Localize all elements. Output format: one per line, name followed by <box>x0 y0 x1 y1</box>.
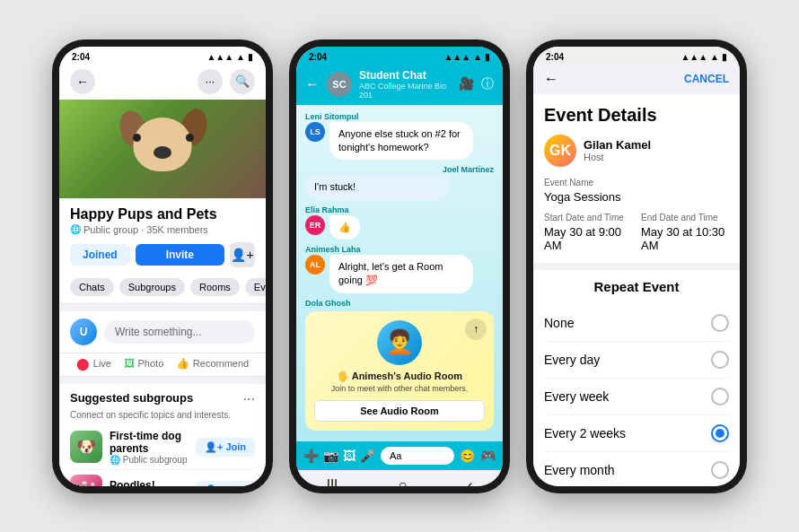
group-actions: Joined Invite 👤+ <box>59 235 266 275</box>
radio-every-2-weeks[interactable] <box>711 424 729 442</box>
subgroup-thumb-2: 🐩 <box>70 475 102 486</box>
signal-icon-3: ▲▲▲ <box>680 52 707 62</box>
see-audio-room-button[interactable]: See Audio Room <box>314 400 485 422</box>
live-icon: ⬤ <box>76 357 90 371</box>
messages-list: Leni Sitompul LS Anyone else stuck on #2… <box>296 105 503 441</box>
photo-action[interactable]: 🖼 Photo <box>124 357 164 371</box>
event-name-value[interactable]: Yoga Sessions <box>544 190 729 204</box>
audio-room-avatar: 🧑‍🦱 <box>377 320 422 365</box>
suggested-header: Suggested subgroups ··· <box>70 391 255 407</box>
group-meta: 🌐 Public group · 35K members <box>70 224 255 235</box>
host-row: GK Gilan Kamel Host <box>544 135 729 167</box>
repeat-event-title: Repeat Event <box>544 279 729 294</box>
radio-every-week[interactable] <box>711 388 729 406</box>
msg-row-3: ER 👍 <box>305 215 494 240</box>
share-icon[interactable]: ↑ <box>465 318 487 340</box>
start-date-value[interactable]: May 30 at 9:00 AM <box>544 225 632 252</box>
repeat-option-none[interactable]: None <box>544 305 729 342</box>
end-date-label: End Date and Time <box>641 213 729 222</box>
sender-2: Joel Martinez <box>305 165 494 174</box>
sender-1: Leni Sitompul <box>305 112 494 121</box>
subgroup-item-2: 🐩 Poodles! 🌐 Public subgroup 👤+ Join <box>70 470 255 486</box>
group-tabs: Chats Subgroups Rooms Events <box>59 275 266 304</box>
message-1: Leni Sitompul LS Anyone else stuck on #2… <box>305 112 494 161</box>
invite-button[interactable]: Invite <box>136 244 224 266</box>
bubble-3: 👍 <box>329 215 360 240</box>
section-divider <box>533 263 740 270</box>
bottom-nav-2: ||| ○ ‹ <box>296 470 503 486</box>
sticker-icon[interactable]: 🎮 <box>480 449 496 463</box>
more-options-icon[interactable]: ··· <box>198 69 223 94</box>
join-button-1[interactable]: 👤+ Join <box>196 438 255 457</box>
status-bar-2: 2:04 ▲▲▲ ▲ ▮ <box>296 47 503 64</box>
sender-3: Elia Rahma <box>305 205 494 214</box>
tab-chats[interactable]: Chats <box>70 278 114 296</box>
repeat-option-every-month[interactable]: Every month <box>544 452 729 486</box>
msg-incoming-4: Alright, let's get a Room going 💯 <box>329 255 473 293</box>
subgroup-info-2: Poodles! 🌐 Public subgroup <box>110 479 189 485</box>
radio-every-month[interactable] <box>711 461 729 479</box>
dates-row: Start Date and Time May 30 at 9:00 AM En… <box>544 213 729 252</box>
radio-none[interactable] <box>711 314 729 332</box>
event-name-label: Event Name <box>544 178 729 188</box>
audio-room-name: 🖐 Animesh's Audio Room <box>314 371 485 382</box>
video-call-icon[interactable]: 🎥 <box>459 76 474 92</box>
back-button[interactable]: ← <box>70 69 95 94</box>
end-date-value[interactable]: May 30 at 10:30 AM <box>641 225 729 252</box>
image-icon[interactable]: 🖼 <box>343 449 356 463</box>
bubble-4: Alright, let's get a Room going 💯 <box>329 255 473 293</box>
cancel-button[interactable]: CANCEL <box>684 73 729 85</box>
audio-room-section: Dola Ghosh ↑ 🧑‍🦱 🖐 Animesh's Audio Room … <box>305 299 494 434</box>
camera-icon[interactable]: 📷 <box>323 449 338 463</box>
write-something-input[interactable]: Write something... <box>104 320 255 344</box>
subgroup-thumb-1: 🐶 <box>70 431 102 463</box>
search-icon[interactable]: 🔍 <box>230 69 255 94</box>
nav-back-icon-2[interactable]: ‹ <box>468 477 472 486</box>
subgroup-name-2: Poodles! <box>110 479 189 485</box>
option-none-label: None <box>544 316 574 330</box>
tab-rooms[interactable]: Rooms <box>190 278 240 296</box>
back-button-3[interactable]: ← <box>544 71 558 87</box>
chat-subtitle: ABC College Marine Bio 201 <box>359 82 452 100</box>
repeat-option-every-day[interactable]: Every day <box>544 342 729 379</box>
tab-events[interactable]: Events <box>245 278 266 296</box>
nav-home-icon-2[interactable]: ○ <box>399 477 408 486</box>
recommend-action[interactable]: 👍 Recommend <box>176 357 249 371</box>
radio-every-day[interactable] <box>711 351 729 369</box>
live-action[interactable]: ⬤ Live <box>76 357 111 371</box>
tab-subgroups[interactable]: Subgroups <box>119 278 185 296</box>
plus-icon[interactable]: ➕ <box>303 449 319 463</box>
add-person-icon[interactable]: 👤+ <box>230 242 255 267</box>
msg-outgoing-1: I'm stuck! <box>305 175 494 199</box>
msg-incoming-3: 👍 <box>329 215 360 240</box>
repeat-option-every-week[interactable]: Every week <box>544 379 729 415</box>
msg-incoming-1: Anyone else stuck on #2 for tonight's ho… <box>329 122 473 161</box>
wifi-icon: ▲ <box>236 52 245 62</box>
signal-icon: ▲▲▲ <box>206 52 233 62</box>
more-options-suggested[interactable]: ··· <box>243 391 255 407</box>
phone-1: 2:04 ▲▲▲ ▲ ▮ ← ··· 🔍 Happy Pups <box>52 39 273 493</box>
option-every-month-label: Every month <box>544 463 615 477</box>
end-date-field: End Date and Time May 30 at 10:30 AM <box>641 213 729 252</box>
host-avatar: GK <box>544 135 576 167</box>
message-input[interactable]: Aa <box>381 447 454 465</box>
group-header: ← ··· 🔍 <box>59 64 266 100</box>
nav-menu-icon-2[interactable]: ||| <box>327 477 338 486</box>
start-date-label: Start Date and Time <box>544 213 632 222</box>
join-button-2[interactable]: 👤+ Join <box>196 481 255 485</box>
info-icon[interactable]: ⓘ <box>481 76 494 92</box>
joined-button[interactable]: Joined <box>70 244 130 266</box>
emoji-icon[interactable]: 😊 <box>460 449 475 463</box>
subgroup-name-1: First-time dog parents <box>110 430 189 455</box>
user-avatar: U <box>70 318 97 345</box>
group-cover-photo <box>59 100 266 198</box>
avatar-emoji: 🧑‍🦱 <box>385 328 414 356</box>
repeat-option-every-2-weeks[interactable]: Every 2 weeks <box>544 415 729 452</box>
subgroup-info-1: First-time dog parents 🌐 Public subgroup <box>110 430 189 465</box>
mic-icon[interactable]: 🎤 <box>360 449 375 463</box>
back-button-2[interactable]: ← <box>305 76 320 92</box>
time-2: 2:04 <box>309 52 327 62</box>
chat-header: ← SC Student Chat ABC College Marine Bio… <box>296 64 503 105</box>
message-3: Elia Rahma ER 👍 <box>305 205 494 240</box>
phone-2: 2:04 ▲▲▲ ▲ ▮ ← SC Student Chat ABC Colle… <box>289 39 510 493</box>
